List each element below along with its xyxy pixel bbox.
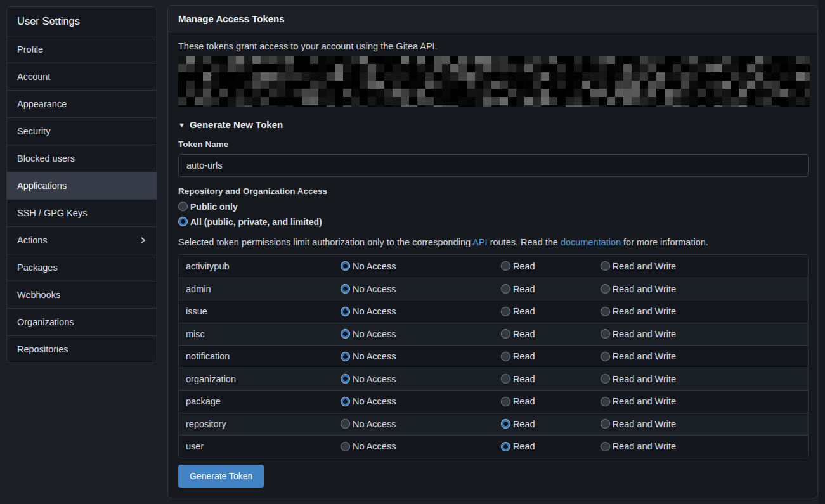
scope-name: activitypub	[179, 261, 341, 271]
sidebar-item-appearance[interactable]: Appearance	[7, 90, 157, 117]
radio-read[interactable]	[501, 329, 510, 339]
sidebar-item-applications[interactable]: Applications	[7, 172, 157, 199]
documentation-link[interactable]: documentation	[561, 237, 621, 247]
redacted-token-pixelation	[178, 56, 810, 107]
token-name-input[interactable]	[178, 154, 809, 177]
scrollbar-track[interactable]	[819, 0, 825, 504]
radio-read[interactable]	[501, 419, 510, 429]
scope-name: user	[179, 441, 341, 451]
radio-read-write[interactable]	[601, 307, 610, 316]
scope-name: organization	[179, 374, 341, 384]
radio-read-write[interactable]	[601, 374, 610, 384]
generate-new-token-summary[interactable]: ▼ Generate New Token	[178, 119, 807, 130]
generate-new-token-title: Generate New Token	[190, 119, 283, 130]
radio-read[interactable]	[501, 397, 510, 406]
radio-no-access[interactable]	[341, 374, 350, 384]
radio-read[interactable]	[501, 261, 510, 271]
scope-name: issue	[179, 306, 341, 316]
radio-no-access[interactable]	[341, 307, 350, 316]
chevron-right-icon	[139, 236, 146, 244]
radio-read[interactable]	[501, 284, 510, 294]
all-access-label[interactable]: All (public, private, and limited)	[190, 217, 322, 227]
public-only-radio[interactable]	[178, 202, 188, 211]
permission-row-activitypub: activitypub No Access Read Read and Writ…	[179, 255, 808, 278]
radio-no-access[interactable]	[341, 442, 350, 451]
permission-row-issue: issue No Access Read Read and Write	[179, 300, 808, 323]
permission-scopes-table: activitypub No Access Read Read and Writ…	[178, 254, 809, 458]
scope-name: notification	[179, 351, 341, 361]
user-settings-sidebar: User Settings Profile Account Appearance…	[6, 6, 157, 363]
permission-row-misc: misc No Access Read Read and Write	[179, 323, 808, 346]
radio-read[interactable]	[501, 442, 510, 451]
radio-read-write[interactable]	[601, 261, 610, 271]
radio-read-write[interactable]	[601, 329, 610, 339]
permission-row-package: package No Access Read Read and Write	[179, 390, 808, 413]
radio-read-write[interactable]	[601, 419, 610, 429]
tokens-intro-text: These tokens grant access to your accoun…	[178, 41, 807, 51]
scope-name: admin	[179, 284, 341, 294]
sidebar-item-organizations[interactable]: Organizations	[7, 308, 157, 335]
panel-title: Manage Access Tokens	[168, 6, 817, 32]
radio-no-access[interactable]	[341, 329, 350, 339]
radio-read[interactable]	[501, 307, 510, 316]
radio-read[interactable]	[501, 374, 510, 384]
token-name-label: Token Name	[178, 139, 807, 149]
radio-no-access[interactable]	[341, 352, 350, 361]
sidebar-item-profile[interactable]: Profile	[7, 36, 157, 63]
access-option-public-only[interactable]: Public only	[178, 202, 807, 211]
radio-read-write[interactable]	[601, 397, 610, 406]
generate-new-token-section: ▼ Generate New Token Token Name Reposito…	[178, 119, 807, 488]
access-scope-label: Repository and Organization Access	[178, 186, 807, 196]
generate-token-button[interactable]: Generate Token	[178, 465, 264, 488]
radio-no-access[interactable]	[341, 419, 350, 429]
permission-row-organization: organization No Access Read Read and Wri…	[179, 368, 808, 391]
access-option-all[interactable]: All (public, private, and limited)	[178, 217, 807, 226]
sidebar-item-security[interactable]: Security	[7, 117, 157, 145]
radio-read-write[interactable]	[601, 352, 610, 361]
public-only-label[interactable]: Public only	[190, 202, 238, 212]
scope-name: package	[179, 396, 341, 406]
sidebar-item-actions[interactable]: Actions	[7, 226, 157, 254]
sidebar-item-account[interactable]: Account	[7, 63, 157, 90]
radio-read-write[interactable]	[601, 442, 610, 451]
permission-row-repository: repository No Access Read Read and Write	[179, 413, 808, 436]
sidebar-item-webhooks[interactable]: Webhooks	[7, 281, 157, 308]
radio-read-write[interactable]	[601, 284, 610, 294]
radio-read[interactable]	[501, 352, 510, 361]
sidebar-title: User Settings	[7, 7, 157, 36]
sidebar-item-repositories[interactable]: Repositories	[7, 335, 157, 363]
all-access-radio[interactable]	[178, 217, 188, 226]
sidebar-item-ssh-gpg-keys[interactable]: SSH / GPG Keys	[7, 199, 157, 226]
radio-no-access[interactable]	[341, 261, 350, 271]
permission-row-notification: notification No Access Read Read and Wri…	[179, 345, 808, 368]
scope-name: repository	[179, 419, 341, 429]
collapse-triangle-icon: ▼	[178, 121, 185, 129]
permission-row-user: user No Access Read Read and Write	[179, 435, 808, 458]
manage-access-tokens-panel: Manage Access Tokens These tokens grant …	[167, 5, 818, 498]
api-link[interactable]: API	[472, 237, 487, 247]
permissions-note: Selected token permissions limit authori…	[178, 237, 807, 247]
scope-name: misc	[179, 329, 341, 339]
permission-row-admin: admin No Access Read Read and Write	[179, 278, 808, 300]
sidebar-item-blocked-users[interactable]: Blocked users	[7, 145, 157, 172]
radio-no-access[interactable]	[341, 284, 350, 294]
radio-no-access[interactable]	[341, 397, 350, 406]
sidebar-item-packages[interactable]: Packages	[7, 254, 157, 281]
